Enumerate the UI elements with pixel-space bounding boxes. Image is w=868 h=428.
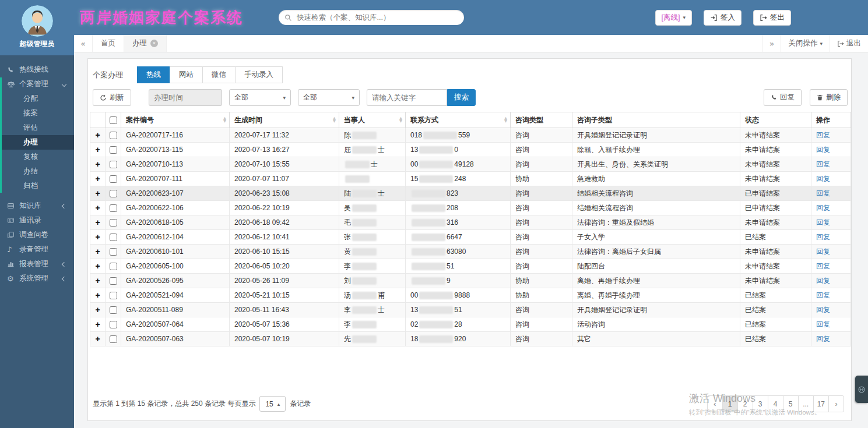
row-checkbox[interactable] xyxy=(110,146,117,154)
close-tab-icon[interactable]: × xyxy=(150,40,158,47)
expand-row-icon[interactable]: + xyxy=(95,160,100,169)
subcategory-select[interactable]: 全部 ▾ xyxy=(298,89,360,106)
table-row[interactable]: + GA-20200623-107 2020-06-23 15:08 陆士 82… xyxy=(90,186,851,201)
delete-button[interactable]: 删除 xyxy=(810,89,848,106)
sidebar-item-knowledge-base[interactable]: 知识库 xyxy=(0,199,74,213)
expand-row-icon[interactable]: + xyxy=(95,189,100,198)
row-checkbox[interactable] xyxy=(110,175,117,183)
expand-row-icon[interactable]: + xyxy=(95,305,100,314)
scroll-tabs-right-icon[interactable]: » xyxy=(762,35,781,52)
expand-row-icon[interactable]: + xyxy=(95,174,100,183)
table-row[interactable]: + GA-20200511-089 2020-05-11 16:43 李士 13… xyxy=(90,303,851,317)
row-checkbox[interactable] xyxy=(110,190,117,197)
row-checkbox[interactable] xyxy=(110,321,117,328)
page-size-select[interactable]: 15 ▴ xyxy=(259,396,286,412)
row-checkbox[interactable] xyxy=(110,204,117,212)
page-button[interactable]: 3 xyxy=(753,395,768,412)
global-search-input[interactable] xyxy=(296,13,458,22)
remote-assist-widget[interactable] xyxy=(855,376,868,403)
sidebar-item-survey[interactable]: 调查问卷 xyxy=(0,228,74,242)
column-case-number[interactable]: 案件编号 xyxy=(121,112,230,128)
row-checkbox[interactable] xyxy=(110,263,117,270)
sidebar-item-guidang[interactable]: 归档 xyxy=(0,179,74,193)
row-checkbox[interactable] xyxy=(110,248,117,256)
row-checkbox[interactable] xyxy=(110,234,117,241)
expand-row-icon[interactable]: + xyxy=(95,247,100,256)
expand-row-icon[interactable]: + xyxy=(95,232,100,242)
sidebar-item-hotline[interactable]: 热线接线 xyxy=(0,62,74,77)
page-button[interactable]: 1 xyxy=(722,395,738,412)
tab-website[interactable]: 网站 xyxy=(170,66,203,83)
category-select[interactable]: 全部 ▾ xyxy=(229,89,291,106)
row-checkbox[interactable] xyxy=(110,161,117,168)
reply-link[interactable]: 回复 xyxy=(816,204,830,212)
table-row[interactable]: + GA-20200612-104 2020-06-12 10:41 张 664… xyxy=(90,230,851,245)
reply-link[interactable]: 回复 xyxy=(816,218,830,227)
expand-row-icon[interactable]: + xyxy=(95,334,100,344)
tab-wechat[interactable]: 微信 xyxy=(202,66,236,83)
sidebar-item-banjie[interactable]: 办结 xyxy=(0,164,74,179)
tab-manual-entry[interactable]: 手动录入 xyxy=(235,66,283,83)
reply-link[interactable]: 回复 xyxy=(816,160,830,168)
column-contact[interactable]: 联系方式 xyxy=(406,112,511,128)
table-row[interactable]: + GA-20200707-111 2020-07-07 11:07 15248… xyxy=(90,172,851,186)
sort-icon[interactable] xyxy=(223,117,226,123)
sidebar-item-recordings[interactable]: ♪ 录音管理 xyxy=(0,242,74,257)
sidebar-item-pinggu[interactable]: 评估 xyxy=(0,121,74,135)
next-page-button[interactable]: › xyxy=(828,395,844,412)
reply-link[interactable]: 回复 xyxy=(816,247,830,256)
reply-link[interactable]: 回复 xyxy=(816,262,830,270)
expand-row-icon[interactable]: + xyxy=(95,145,100,154)
table-row[interactable]: + GA-20200717-116 2020-07-17 11:32 陈 018… xyxy=(90,128,851,143)
expand-row-icon[interactable]: + xyxy=(95,218,100,227)
reply-link[interactable]: 回复 xyxy=(816,233,830,241)
sidebar-item-contacts[interactable]: 通讯录 xyxy=(0,213,74,228)
sidebar-item-case-mgmt[interactable]: 个案管理 xyxy=(0,77,74,91)
tab-hotline[interactable]: 热线 xyxy=(137,66,170,83)
select-all-checkbox[interactable] xyxy=(110,116,117,124)
row-checkbox[interactable] xyxy=(110,277,117,285)
sidebar-item-fenpei[interactable]: 分配 xyxy=(0,91,74,106)
reply-link[interactable]: 回复 xyxy=(816,131,830,139)
avatar[interactable] xyxy=(22,5,53,37)
sort-icon[interactable] xyxy=(399,117,402,123)
table-row[interactable]: + GA-20200622-106 2020-06-22 10:19 吴 208… xyxy=(90,201,851,215)
reply-link[interactable]: 回复 xyxy=(816,146,830,154)
row-checkbox[interactable] xyxy=(110,219,117,227)
reply-link[interactable]: 回复 xyxy=(816,189,830,197)
table-row[interactable]: + GA-20200507-064 2020-05-07 15:36 李 022… xyxy=(90,317,851,332)
prev-page-button[interactable]: ‹ xyxy=(707,395,723,412)
sidebar-item-banli[interactable]: 办理 xyxy=(0,135,74,150)
tab-banli[interactable]: 办理 × xyxy=(124,35,167,52)
expand-row-icon[interactable]: + xyxy=(95,203,100,213)
expand-row-icon[interactable]: + xyxy=(95,261,100,271)
table-row[interactable]: + GA-20200713-115 2020-07-13 16:27 屈士 13… xyxy=(90,143,851,157)
column-party[interactable]: 当事人 xyxy=(339,112,406,128)
row-checkbox[interactable] xyxy=(110,335,117,343)
sign-in-button[interactable]: 签入 xyxy=(704,10,742,26)
keyword-input[interactable] xyxy=(367,89,447,106)
table-row[interactable]: + GA-20200618-105 2020-06-18 09:42 毛 316… xyxy=(90,215,851,230)
table-row[interactable]: + GA-20200507-063 2020-05-07 10:19 先 189… xyxy=(90,332,851,346)
close-operations-dropdown[interactable]: 关闭操作 ▾ xyxy=(781,35,830,52)
table-row[interactable]: + GA-20200605-100 2020-06-05 10:20 李 51 … xyxy=(90,259,851,274)
date-range-input[interactable] xyxy=(149,89,222,106)
table-row[interactable]: + GA-20200521-094 2020-05-21 10:15 汤甫 00… xyxy=(90,288,851,303)
expand-row-icon[interactable]: + xyxy=(95,276,100,285)
reply-link[interactable]: 回复 xyxy=(816,335,830,343)
sort-icon[interactable] xyxy=(504,117,507,123)
reply-link[interactable]: 回复 xyxy=(816,277,830,285)
agent-status-dropdown[interactable]: [离线] ▾ xyxy=(655,10,692,26)
reply-link[interactable]: 回复 xyxy=(816,291,830,299)
reply-link[interactable]: 回复 xyxy=(816,306,830,314)
table-row[interactable]: + GA-20200710-113 2020-07-10 15:55 士 004… xyxy=(90,157,851,172)
page-button[interactable]: 5 xyxy=(783,395,799,412)
sidebar-item-jiean[interactable]: 接案 xyxy=(0,106,74,121)
refresh-button[interactable]: 刷新 xyxy=(93,89,131,106)
sidebar-item-system[interactable]: ⚙ 系统管理 xyxy=(0,271,74,286)
sidebar-item-fuhe[interactable]: 复核 xyxy=(0,150,74,164)
reply-button[interactable]: 回复 xyxy=(764,89,802,106)
row-checkbox[interactable] xyxy=(110,292,117,299)
expand-row-icon[interactable]: + xyxy=(95,320,100,329)
tab-home[interactable]: 首页 xyxy=(93,35,124,52)
